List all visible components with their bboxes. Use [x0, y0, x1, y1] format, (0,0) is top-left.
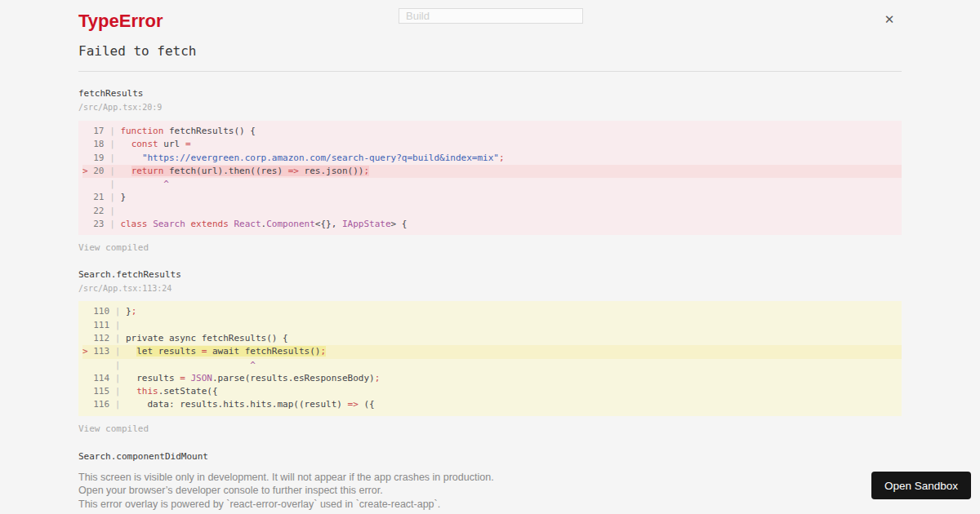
dev-note-line: Open your browser’s developer console to… — [78, 484, 902, 498]
dev-note-line: This error overlay is powered by `react-… — [78, 498, 902, 512]
stack-frame-function-name: Search.componentDidMount — [78, 451, 902, 463]
code-line: 19 | "https://evergreen.corp.amazon.com/… — [82, 152, 902, 165]
dev-note-line: This screen is visible only in developme… — [78, 471, 902, 485]
stack-frame-location: /src/App.tsx:113:24 — [78, 284, 902, 294]
code-line: 114 | results = JSON.parse(results.esRes… — [82, 372, 902, 385]
search-input[interactable] — [399, 8, 583, 24]
code-frame: 110 | }; 111 | 112 | private async fetch… — [78, 301, 902, 415]
error-message: Failed to fetch — [78, 43, 902, 60]
view-compiled-link[interactable]: View compiled — [78, 423, 149, 435]
close-icon[interactable]: ✕ — [877, 8, 902, 31]
stack-frame-location: /src/App.tsx:20:9 — [78, 103, 902, 113]
code-frame: 17 | function fetchResults() { 18 | cons… — [78, 121, 902, 235]
view-compiled-link[interactable]: View compiled — [78, 242, 149, 254]
code-line: 22 | — [82, 205, 902, 218]
code-line: > 20 | return fetch(url).then((res) => r… — [82, 165, 902, 178]
code-line: 111 | — [82, 319, 902, 332]
code-line: 116 | data: results.hits.hits.map((resul… — [82, 398, 902, 411]
code-line: | ^ — [82, 359, 902, 372]
error-overlay: TypeError Failed to fetch fetchResults /… — [0, 11, 980, 511]
code-line: 110 | }; — [82, 305, 902, 318]
code-line: 115 | this.setState({ — [82, 385, 902, 398]
open-sandbox-button[interactable]: Open Sandbox — [871, 472, 971, 499]
code-line: 17 | function fetchResults() { — [82, 125, 902, 138]
code-line: | ^ — [82, 178, 902, 191]
divider — [78, 71, 902, 72]
stack-frame-function-name: fetchResults — [78, 88, 902, 100]
code-line: 21 | } — [82, 191, 902, 204]
code-line: 23 | class Search extends React.Componen… — [82, 218, 902, 231]
code-line: > 113 | let results = await fetchResults… — [82, 345, 902, 358]
dev-note: This screen is visible only in developme… — [78, 471, 902, 512]
stack-frame-function-name: Search.fetchResults — [78, 269, 902, 281]
code-line: 18 | const url = — [82, 138, 902, 151]
code-line: 112 | private async fetchResults() { — [82, 332, 902, 345]
